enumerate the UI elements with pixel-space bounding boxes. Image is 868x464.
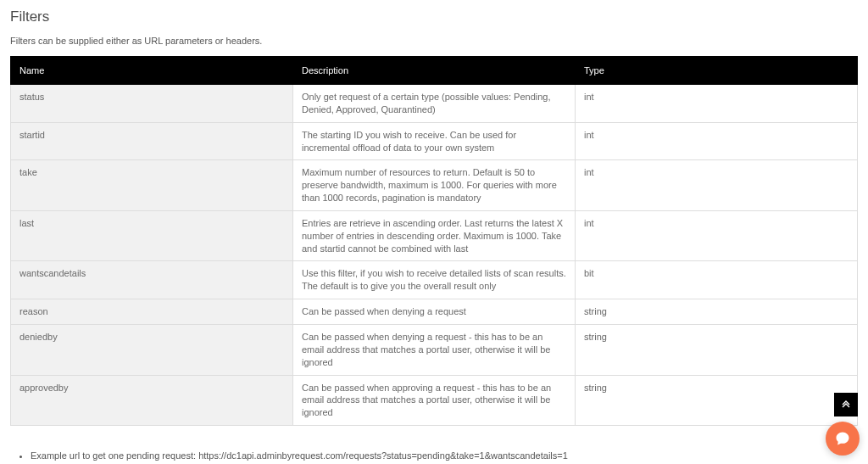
cell-description: The starting ID you wish to receive. Can… <box>293 122 576 160</box>
cell-name: deniedby <box>11 324 293 375</box>
table-row: startidThe starting ID you wish to recei… <box>11 122 858 160</box>
chevron-up-icon <box>842 400 850 410</box>
cell-name: status <box>11 85 293 123</box>
scroll-top-button[interactable] <box>834 393 858 416</box>
cell-description: Can be passed when denying a request - t… <box>293 324 576 375</box>
cell-description: Maximum number of resources to return. D… <box>293 160 576 211</box>
list-item: Example url to get one pending request: … <box>31 450 858 462</box>
table-row: approvedbyCan be passed when approving a… <box>11 375 858 426</box>
cell-description: Entries are retrieve in ascending order.… <box>293 210 576 261</box>
cell-description: Can be passed when denying a request <box>293 299 576 325</box>
header-type: Type <box>576 57 858 85</box>
chat-icon <box>834 430 851 447</box>
cell-name: take <box>11 160 293 211</box>
cell-name: approvedby <box>11 375 293 426</box>
chat-button[interactable] <box>826 422 860 456</box>
table-row: reasonCan be passed when denying a reque… <box>11 299 858 325</box>
cell-description: Can be passed when approving a request -… <box>293 375 576 426</box>
cell-name: reason <box>11 299 293 325</box>
notes-list: Example url to get one pending request: … <box>10 450 858 464</box>
intro-text: Filters can be supplied either as URL pa… <box>10 36 858 46</box>
header-description: Description <box>293 57 576 85</box>
table-row: lastEntries are retrieve in ascending or… <box>11 210 858 261</box>
cell-description: Use this filter, if you wish to receive … <box>293 261 576 299</box>
cell-name: wantscandetails <box>11 261 293 299</box>
table-row: takeMaximum number of resources to retur… <box>11 160 858 211</box>
cell-type: int <box>576 210 858 261</box>
cell-type: bit <box>576 261 858 299</box>
cell-type: int <box>576 85 858 123</box>
cell-type: string <box>576 324 858 375</box>
page-title: Filters <box>10 8 858 25</box>
filters-table: Name Description Type statusOnly get req… <box>10 56 858 426</box>
table-row: deniedbyCan be passed when denying a req… <box>11 324 858 375</box>
cell-type: int <box>576 122 858 160</box>
cell-type: string <box>576 299 858 325</box>
cell-type: string <box>576 375 858 426</box>
table-row: statusOnly get request of a certain type… <box>11 85 858 123</box>
header-name: Name <box>11 57 293 85</box>
cell-type: int <box>576 160 858 211</box>
cell-description: Only get request of a certain type (poss… <box>293 85 576 123</box>
cell-name: startid <box>11 122 293 160</box>
table-row: wantscandetailsUse this filter, if you w… <box>11 261 858 299</box>
cell-name: last <box>11 210 293 261</box>
